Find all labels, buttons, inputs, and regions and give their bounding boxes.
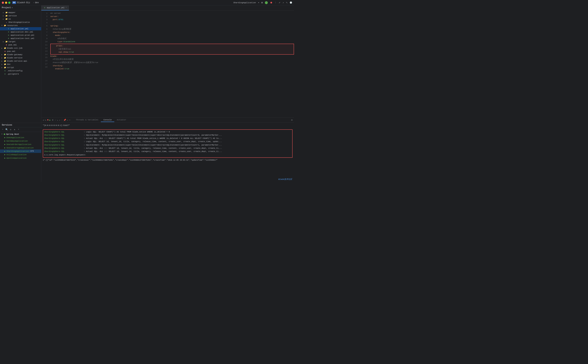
spring-boot-label: Spring Boot	[6, 133, 19, 135]
more-icon[interactable]: ⋮	[274, 1, 277, 4]
close-button[interactable]	[2, 2, 4, 4]
tree-label: blade-xxl-job	[7, 47, 22, 49]
expand-all-button[interactable]: ⊞	[9, 128, 12, 131]
settings-icon[interactable]: ⚙	[291, 119, 293, 121]
console-text: : SQLStatement: MySQLSelectStatement(sup…	[84, 134, 222, 137]
arrow-icon: ▼	[1, 25, 3, 26]
tree-item-resources[interactable]: ▼ 📂 resources	[0, 24, 41, 27]
tree-label: script	[7, 66, 14, 69]
service-run-icon: ▶	[4, 136, 6, 139]
tree-item-application-dev-yml[interactable]: ▶ ⚙ application-dev.yml	[0, 30, 41, 34]
tree-label: ShardingApplicatio	[8, 21, 30, 23]
resize-icon[interactable]: ⤢	[279, 1, 280, 4]
avatar-icon[interactable]	[265, 1, 268, 4]
tree-item-blade-xxl-job[interactable]: ▶ 📁 blade-xxl-job	[0, 46, 41, 50]
tree-item-pom[interactable]: ▶ m pom.xml	[0, 43, 41, 46]
tree-item-target[interactable]: ▶ 📁 target	[0, 40, 41, 43]
service-apollo[interactable]: ▶ ApolloApplication	[0, 156, 41, 160]
folder-icon: 📁	[4, 60, 6, 62]
more-options-icon[interactable]: ⋯	[69, 119, 71, 121]
yaml-tab-icon: ⚙	[44, 6, 46, 9]
code-line-3: port: 8701	[50, 18, 294, 21]
tab-close-button[interactable]: ×	[65, 7, 67, 9]
spring-boot-group[interactable]: ▼ Spring Boot	[0, 133, 41, 136]
step-out-icon[interactable]: ↗	[59, 119, 60, 121]
search-service-button[interactable]: 🔍	[5, 128, 8, 131]
code-line-16: #nacos会覆盖此配置，需要在nacos也配置为true	[50, 61, 294, 64]
tree-item-blade-gateway[interactable]: ▶ 📁 blade-gateway	[0, 53, 41, 56]
tree-item-sharding-app[interactable]: ▶ ☕ ShardingApplicatio	[0, 21, 41, 24]
tree-label: application.yml	[11, 28, 28, 30]
tree-label: application-test.yml	[11, 37, 34, 39]
service-label: ApolloApplication	[7, 157, 26, 159]
tab-console[interactable]: Console	[101, 118, 114, 122]
branch-name[interactable]: dev	[35, 1, 39, 4]
pause-icon[interactable]: ⏸	[52, 119, 54, 121]
tree-item-script[interactable]: ▶ 📁 script	[0, 66, 41, 69]
tab-actuator[interactable]: Actuator	[114, 118, 129, 122]
tree-item-mapper[interactable]: ▶ 📁 mapper	[0, 11, 41, 14]
console-text: : Actual SQL: ds1 ::: SELECT COUNT(*) AS…	[84, 137, 222, 140]
code-line-13: sql-show: true	[51, 51, 293, 54]
reload2-icon[interactable]: ↻	[45, 119, 46, 121]
service-demo[interactable]: ▶ DemoApplication	[0, 136, 41, 139]
minimize-button[interactable]	[5, 2, 7, 4]
run-config[interactable]: ShardingApplication	[233, 2, 256, 4]
service-run-icon: ▶	[4, 153, 6, 156]
tree-item-service[interactable]: ▶ 📁 service	[0, 14, 41, 17]
code-content: 12345 678910 1112131415 161718 ## server…	[41, 10, 294, 117]
arrow-icon: ▶	[1, 57, 3, 59]
arrow-icon: ▶	[1, 63, 3, 65]
code-body[interactable]: ## server server: port: 8701 spring: #sh…	[49, 10, 294, 117]
folder-icon: 📁	[4, 57, 6, 59]
pin-icon[interactable]: 📌	[63, 119, 66, 121]
code-line-14: blade:	[50, 55, 294, 58]
resume-icon[interactable]: ▶	[49, 119, 51, 121]
project-panel-header[interactable]: Project ▾	[0, 5, 41, 10]
layout-icon[interactable]: ⊞	[261, 1, 263, 4]
restore-icon[interactable]: ⤡	[286, 1, 287, 4]
project-name[interactable]: BladeX-Biz	[17, 1, 30, 4]
tree-item-blade-service-api[interactable]: ▶ 📁 blade-service-api	[0, 59, 41, 63]
service-seata-order[interactable]: ▶ SeataOrderApplication	[0, 143, 41, 146]
stop-icon[interactable]: ■	[47, 119, 48, 121]
xml-icon: m	[5, 44, 8, 46]
step-over-icon[interactable]: ↓	[55, 119, 56, 121]
service-xxljob[interactable]: ▶ XxlJobApplication	[0, 153, 41, 156]
tree-item-vo[interactable]: ▶ 📁 vo	[0, 17, 41, 21]
tree-item-doc[interactable]: ▶ 📁 doc	[0, 63, 41, 66]
edit-icon[interactable]: ✏	[67, 119, 68, 121]
service-port: :870	[29, 150, 34, 152]
yaml-icon: ⚙	[7, 34, 10, 36]
console-source: ShardingSphere-SQL	[44, 137, 84, 140]
tree-item-application-prod-yml[interactable]: ▶ ⚙ application-prod.yml	[0, 34, 41, 37]
main-layout: Project ▾ ▶ 📁 mapper ▶ 📁 service ▶ 📁 vo …	[0, 5, 294, 182]
history-icon[interactable]: 🕐	[290, 1, 292, 4]
maximize-button[interactable]	[8, 2, 10, 4]
code-line-8: mode:	[50, 34, 294, 37]
reload-icon[interactable]: ↺	[43, 119, 44, 121]
close-panel-button[interactable]: ×	[17, 128, 20, 131]
tree-item-blade-service[interactable]: ▶ 📁 blade-service	[0, 56, 41, 59]
service-sharding[interactable]: ▶ ShardingApplication :870	[0, 150, 41, 153]
console-source: o.s.core.log.aspect.RequestLogAspect	[44, 153, 85, 156]
tree-item-gitignore[interactable]: ▶ ⚙ .gitignore	[0, 72, 41, 76]
tab-threads[interactable]: Threads & Variables	[73, 118, 101, 122]
arrow-icon: ▶	[1, 47, 3, 49]
add-service-button[interactable]: +	[1, 128, 4, 131]
tree-item-pom2[interactable]: ▶ m pom.xml	[0, 50, 41, 53]
line-numbers: 12345 678910 1112131415 161718	[41, 10, 49, 117]
expand-icon[interactable]: ↗	[282, 1, 284, 4]
arrow-icon: ▶	[3, 41, 5, 43]
tab-application-yml[interactable]: ⚙ application.yml ×	[41, 5, 69, 10]
collapse-button[interactable]: ▲	[13, 128, 16, 131]
tree-item-application-test-yml[interactable]: ▶ ⚙ application-test.yml	[0, 37, 41, 40]
service-gateway[interactable]: ▶ GateWayApplication	[0, 139, 41, 143]
record-icon[interactable]: ⏺	[270, 1, 272, 4]
service-label: DemoApplication	[7, 136, 24, 139]
service-seata-storage[interactable]: ▶ SeataStorageApplication	[0, 146, 41, 150]
config-icon: ⚙	[4, 70, 6, 72]
tree-item-application-yml[interactable]: ▶ ⚙ application.yml	[0, 27, 41, 30]
step-into-icon[interactable]: ↘	[57, 119, 58, 121]
tree-item-editorconfig[interactable]: ▶ ⚙ .editorconfig	[0, 69, 41, 72]
